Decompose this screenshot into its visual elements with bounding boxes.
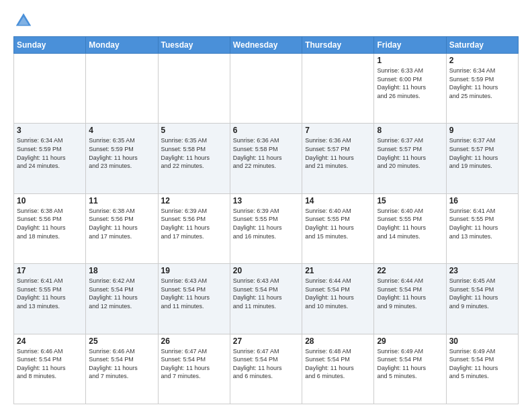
day-number: 23	[449, 266, 515, 275]
day-header-monday: Monday	[86, 37, 158, 54]
calendar-cell: 29Sunrise: 6:49 AM Sunset: 5:54 PM Dayli…	[374, 334, 446, 404]
day-number: 21	[305, 266, 371, 275]
calendar-cell: 7Sunrise: 6:36 AM Sunset: 5:57 PM Daylig…	[302, 124, 374, 193]
day-info: Sunrise: 6:36 AM Sunset: 5:58 PM Dayligh…	[233, 136, 299, 170]
day-number: 2	[449, 56, 515, 65]
calendar-week-3: 17Sunrise: 6:41 AM Sunset: 5:55 PM Dayli…	[14, 264, 519, 334]
calendar-week-0: 1Sunrise: 6:33 AM Sunset: 6:00 PM Daylig…	[14, 54, 519, 124]
calendar-cell: 5Sunrise: 6:35 AM Sunset: 5:58 PM Daylig…	[158, 124, 230, 193]
calendar-cell: 6Sunrise: 6:36 AM Sunset: 5:58 PM Daylig…	[230, 124, 302, 193]
calendar-cell: 18Sunrise: 6:42 AM Sunset: 5:54 PM Dayli…	[86, 264, 158, 334]
day-info: Sunrise: 6:33 AM Sunset: 6:00 PM Dayligh…	[377, 66, 443, 100]
day-number: 27	[233, 336, 299, 346]
day-number: 18	[89, 266, 154, 275]
day-number: 13	[233, 196, 299, 205]
day-info: Sunrise: 6:41 AM Sunset: 5:55 PM Dayligh…	[17, 277, 83, 310]
day-info: Sunrise: 6:46 AM Sunset: 5:54 PM Dayligh…	[89, 347, 154, 381]
day-info: Sunrise: 6:44 AM Sunset: 5:54 PM Dayligh…	[377, 277, 443, 310]
day-header-friday: Friday	[374, 37, 446, 54]
calendar-cell: 30Sunrise: 6:49 AM Sunset: 5:54 PM Dayli…	[446, 334, 518, 404]
calendar-cell: 14Sunrise: 6:40 AM Sunset: 5:55 PM Dayli…	[302, 193, 374, 263]
day-number: 19	[161, 266, 227, 275]
day-info: Sunrise: 6:37 AM Sunset: 5:57 PM Dayligh…	[377, 136, 443, 170]
calendar-cell: 24Sunrise: 6:46 AM Sunset: 5:54 PM Dayli…	[14, 334, 86, 404]
calendar-week-2: 10Sunrise: 6:38 AM Sunset: 5:56 PM Dayli…	[14, 193, 519, 263]
calendar-cell: 22Sunrise: 6:44 AM Sunset: 5:54 PM Dayli…	[374, 264, 446, 334]
calendar-week-4: 24Sunrise: 6:46 AM Sunset: 5:54 PM Dayli…	[14, 334, 519, 404]
day-info: Sunrise: 6:38 AM Sunset: 5:56 PM Dayligh…	[17, 207, 83, 240]
calendar-cell	[14, 54, 86, 124]
day-number: 9	[449, 126, 515, 135]
day-header-wednesday: Wednesday	[230, 37, 302, 54]
day-number: 25	[89, 336, 154, 346]
calendar-cell: 11Sunrise: 6:38 AM Sunset: 5:56 PM Dayli…	[86, 193, 158, 263]
day-header-tuesday: Tuesday	[158, 37, 230, 54]
day-info: Sunrise: 6:44 AM Sunset: 5:54 PM Dayligh…	[305, 277, 371, 310]
day-header-sunday: Sunday	[14, 37, 86, 54]
logo-icon	[13, 11, 34, 31]
day-info: Sunrise: 6:47 AM Sunset: 5:54 PM Dayligh…	[233, 347, 299, 381]
calendar-cell: 4Sunrise: 6:35 AM Sunset: 5:59 PM Daylig…	[86, 124, 158, 193]
day-number: 24	[17, 336, 83, 346]
day-number: 17	[17, 266, 83, 275]
calendar-cell: 23Sunrise: 6:45 AM Sunset: 5:54 PM Dayli…	[446, 264, 518, 334]
calendar-cell: 27Sunrise: 6:47 AM Sunset: 5:54 PM Dayli…	[230, 334, 302, 404]
calendar-cell	[230, 54, 302, 124]
day-info: Sunrise: 6:40 AM Sunset: 5:55 PM Dayligh…	[377, 207, 443, 240]
calendar-cell: 16Sunrise: 6:41 AM Sunset: 5:55 PM Dayli…	[446, 193, 518, 263]
day-number: 6	[233, 126, 299, 135]
day-info: Sunrise: 6:37 AM Sunset: 5:57 PM Dayligh…	[449, 136, 515, 170]
day-number: 30	[449, 336, 515, 346]
calendar-cell: 3Sunrise: 6:34 AM Sunset: 5:59 PM Daylig…	[14, 124, 86, 193]
day-info: Sunrise: 6:38 AM Sunset: 5:56 PM Dayligh…	[89, 207, 154, 240]
day-info: Sunrise: 6:49 AM Sunset: 5:54 PM Dayligh…	[449, 347, 515, 381]
calendar-cell: 8Sunrise: 6:37 AM Sunset: 5:57 PM Daylig…	[374, 124, 446, 193]
calendar-cell: 26Sunrise: 6:47 AM Sunset: 5:54 PM Dayli…	[158, 334, 230, 404]
day-number: 29	[377, 336, 443, 346]
day-info: Sunrise: 6:45 AM Sunset: 5:54 PM Dayligh…	[449, 277, 515, 310]
day-number: 4	[89, 126, 154, 135]
day-info: Sunrise: 6:42 AM Sunset: 5:54 PM Dayligh…	[89, 277, 154, 310]
day-info: Sunrise: 6:35 AM Sunset: 5:58 PM Dayligh…	[161, 136, 227, 170]
day-info: Sunrise: 6:36 AM Sunset: 5:57 PM Dayligh…	[305, 136, 371, 170]
calendar-cell: 13Sunrise: 6:39 AM Sunset: 5:55 PM Dayli…	[230, 193, 302, 263]
day-number: 7	[305, 126, 371, 135]
day-info: Sunrise: 6:43 AM Sunset: 5:54 PM Dayligh…	[161, 277, 227, 310]
day-info: Sunrise: 6:34 AM Sunset: 5:59 PM Dayligh…	[17, 136, 83, 170]
day-info: Sunrise: 6:49 AM Sunset: 5:54 PM Dayligh…	[377, 347, 443, 381]
header	[13, 11, 519, 31]
day-info: Sunrise: 6:34 AM Sunset: 5:59 PM Dayligh…	[449, 66, 515, 100]
day-info: Sunrise: 6:40 AM Sunset: 5:55 PM Dayligh…	[305, 207, 371, 240]
day-number: 28	[305, 336, 371, 346]
calendar-week-1: 3Sunrise: 6:34 AM Sunset: 5:59 PM Daylig…	[14, 124, 519, 193]
day-number: 1	[377, 56, 443, 65]
day-number: 12	[161, 196, 227, 205]
day-number: 16	[449, 196, 515, 205]
day-number: 22	[377, 266, 443, 275]
header-row: SundayMondayTuesdayWednesdayThursdayFrid…	[14, 37, 519, 54]
calendar-cell: 1Sunrise: 6:33 AM Sunset: 6:00 PM Daylig…	[374, 54, 446, 124]
day-number: 11	[89, 196, 154, 205]
day-number: 5	[161, 126, 227, 135]
calendar-cell: 15Sunrise: 6:40 AM Sunset: 5:55 PM Dayli…	[374, 193, 446, 263]
calendar-cell: 28Sunrise: 6:48 AM Sunset: 5:54 PM Dayli…	[302, 334, 374, 404]
day-number: 3	[17, 126, 83, 135]
calendar-cell	[302, 54, 374, 124]
day-number: 10	[17, 196, 83, 205]
calendar-cell	[86, 54, 158, 124]
day-number: 26	[161, 336, 227, 346]
day-info: Sunrise: 6:39 AM Sunset: 5:56 PM Dayligh…	[161, 207, 227, 240]
day-number: 20	[233, 266, 299, 275]
calendar-cell: 9Sunrise: 6:37 AM Sunset: 5:57 PM Daylig…	[446, 124, 518, 193]
day-info: Sunrise: 6:47 AM Sunset: 5:54 PM Dayligh…	[161, 347, 227, 381]
calendar-cell: 19Sunrise: 6:43 AM Sunset: 5:54 PM Dayli…	[158, 264, 230, 334]
day-info: Sunrise: 6:41 AM Sunset: 5:55 PM Dayligh…	[449, 207, 515, 240]
day-number: 14	[305, 196, 371, 205]
calendar-cell: 12Sunrise: 6:39 AM Sunset: 5:56 PM Dayli…	[158, 193, 230, 263]
day-info: Sunrise: 6:46 AM Sunset: 5:54 PM Dayligh…	[17, 347, 83, 381]
day-number: 15	[377, 196, 443, 205]
calendar-cell: 17Sunrise: 6:41 AM Sunset: 5:55 PM Dayli…	[14, 264, 86, 334]
day-info: Sunrise: 6:39 AM Sunset: 5:55 PM Dayligh…	[233, 207, 299, 240]
calendar-cell	[158, 54, 230, 124]
logo	[13, 11, 36, 31]
